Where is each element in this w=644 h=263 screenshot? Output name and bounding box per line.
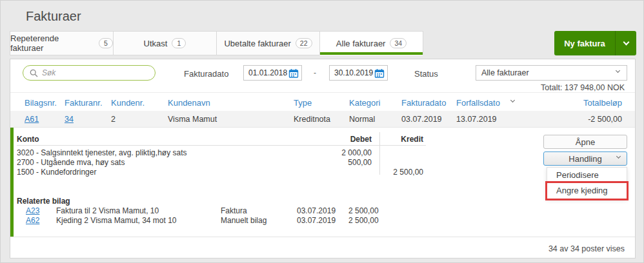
invoice-date-label: Fakturadato — [184, 69, 228, 79]
search-icon — [30, 69, 38, 77]
open-button[interactable]: Åpne — [543, 135, 627, 149]
date-to-input[interactable]: 30.10.2019 — [329, 65, 388, 81]
konto-header-divider — [17, 145, 426, 146]
tab-label: Repeterende fakturaer — [10, 34, 94, 53]
total-amount: Totalt: 137 948,00 NOK — [541, 83, 625, 92]
tab-ubetalte-fakturaer[interactable]: Ubetalte fakturaer 22 — [216, 31, 320, 55]
cell-fakturadato: 03.07.2019 — [401, 115, 442, 124]
action-dropdown-button[interactable]: Handling — [543, 151, 627, 166]
status-select-value: Alle fakturaer — [481, 68, 529, 77]
tab-label: Ubetalte fakturaer — [224, 39, 290, 48]
kredit-header: Kredit — [359, 135, 423, 144]
chevron-down-icon — [616, 154, 621, 159]
calendar-icon[interactable] — [374, 68, 385, 79]
tab-label: Utkast — [144, 39, 168, 48]
related-doc-date: 03.07.2019 — [297, 206, 336, 215]
fakturanr-link[interactable]: 34 — [65, 115, 74, 124]
status-select[interactable]: Alle fakturaer — [476, 65, 627, 81]
calendar-icon[interactable] — [288, 68, 299, 79]
new-invoice-label[interactable]: Ny faktura — [554, 31, 615, 55]
header-totalbelop[interactable]: Totalbeløp — [583, 98, 622, 108]
related-doc-type: Manuelt bilag — [221, 216, 267, 225]
header-bilagsnr[interactable]: Bilagsnr. — [25, 98, 57, 108]
cell-kundenavn: Visma Mamut — [168, 115, 217, 124]
account-name: 1500 - Kundefordringer — [17, 168, 96, 177]
related-doc-link[interactable]: A62 — [26, 216, 39, 225]
related-doc-amount: 2 500,00 — [348, 216, 379, 225]
tab-count-badge: 34 — [390, 38, 407, 49]
cell-type: Kreditnota — [294, 115, 330, 124]
new-invoice-dropdown-toggle[interactable] — [615, 31, 636, 55]
header-fakturadato[interactable]: Fakturadato — [401, 98, 446, 108]
tab-repeterende-fakturaer[interactable]: Repeterende fakturaer 5 — [10, 31, 114, 55]
date-to-value: 30.10.2019 — [334, 68, 373, 77]
account-debet: 2 000,00 — [307, 148, 372, 157]
action-menu: Periodisere Angre kjeding — [547, 167, 627, 199]
related-doc-amount: 2 500,00 — [348, 206, 379, 215]
menu-item-angre-kjeding[interactable]: Angre kjeding — [547, 183, 627, 199]
table-footer: 34 av 34 poster vises — [10, 237, 635, 259]
date-range-separator: - — [314, 68, 316, 77]
tab-label: Alle fakturaer — [336, 39, 386, 48]
tab-count-badge: 5 — [99, 38, 113, 49]
related-doc-description: Faktura til 2 Visma Mamut, 10 — [56, 206, 159, 215]
related-doc-description: Kjeding 2 Visma Mamut, 34 mot 10 — [56, 216, 177, 225]
cell-forfallsdato: 13.07.2019 — [456, 115, 497, 124]
related-documents-header: Relaterte bilag — [17, 197, 70, 206]
related-doc-date: 03.07.2019 — [297, 216, 336, 225]
related-doc-link[interactable]: A23 — [26, 206, 39, 215]
account-name: 2700 - Utgående mva, høy sats — [17, 158, 125, 167]
header-kundenr[interactable]: Kundenr. — [111, 98, 145, 108]
table-header-row: Bilagsnr. Fakturanr. Kundenr. Kundenavn … — [10, 93, 635, 111]
tab-count-badge: 1 — [172, 38, 186, 49]
chevron-down-icon — [616, 68, 620, 73]
cell-kundenr: 2 — [111, 115, 116, 124]
chevron-down-icon — [623, 39, 629, 45]
page-title: Fakturaer — [26, 9, 81, 24]
date-from-input[interactable]: 01.01.2018 — [243, 65, 302, 81]
header-type[interactable]: Type — [294, 98, 312, 108]
account-kredit: 2 500,00 — [359, 168, 423, 177]
header-kundenavn[interactable]: Kundenavn — [168, 98, 210, 108]
tab-alle-fakturaer[interactable]: Alle fakturaer 34 — [319, 31, 423, 55]
record-count: 34 av 34 poster vises — [548, 244, 625, 253]
cell-totalbelop: -2 500,00 — [588, 115, 622, 124]
menu-item-periodisere[interactable]: Periodisere — [547, 168, 627, 183]
sort-chevron-icon[interactable] — [510, 98, 515, 102]
tab-utkast[interactable]: Utkast 1 — [113, 31, 217, 55]
related-doc-type: Faktura — [221, 206, 247, 215]
invoice-detail: Konto Debet Kredit 3020 - Salgsinntekt t… — [10, 128, 635, 237]
header-kategori[interactable]: Kategori — [349, 98, 380, 108]
header-fakturanr[interactable]: Fakturanr. — [65, 98, 103, 108]
tab-bar: Repeterende fakturaer 5 Utkast 1 Ubetalt… — [10, 31, 423, 55]
header-forfallsdato[interactable]: Forfallsdato — [456, 98, 500, 108]
bilagsnr-link[interactable]: A61 — [25, 115, 39, 124]
account-debet: 500,00 — [307, 158, 372, 167]
tab-count-badge: 22 — [296, 38, 312, 49]
cell-kategori: Normal — [349, 115, 375, 124]
status-label: Status — [414, 69, 438, 79]
invoice-panel: Søk Fakturadato 01.01.2018 - 30.10.2019 — [10, 59, 636, 258]
invoice-row[interactable]: A61 34 2 Visma Mamut Kreditnota Normal 0… — [10, 111, 635, 128]
search-placeholder: Søk — [42, 68, 55, 77]
date-from-value: 01.01.2018 — [248, 68, 287, 77]
new-invoice-button[interactable]: Ny faktura — [554, 31, 636, 55]
search-input[interactable]: Søk — [23, 65, 156, 81]
konto-header: Konto — [17, 135, 39, 144]
invoices-screen: { "page": { "title": "Fakturaer" }, "tab… — [0, 0, 644, 263]
account-name: 3020 - Salgsinntekt tjenester, avg. plik… — [17, 148, 186, 157]
